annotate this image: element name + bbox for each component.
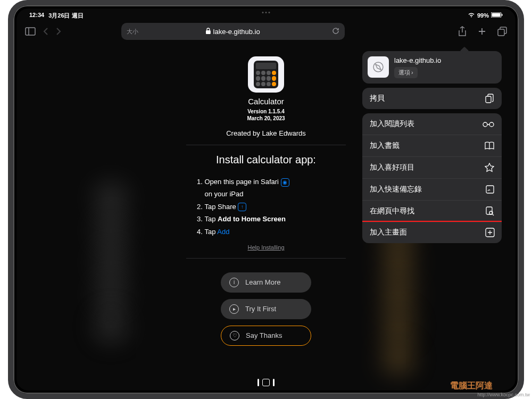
svg-rect-5 xyxy=(206,30,211,34)
note-icon xyxy=(486,185,494,194)
safari-compass-icon: ◉ xyxy=(281,178,289,187)
copy-icon xyxy=(485,94,494,103)
text-size-control[interactable]: 大小 xyxy=(127,28,138,36)
heart-icon: ♡ xyxy=(230,331,239,340)
battery-icon xyxy=(491,12,503,19)
svg-rect-8 xyxy=(486,96,491,103)
svg-point-10 xyxy=(489,122,494,127)
dock-handle[interactable] xyxy=(257,379,275,386)
status-bar: 12:34 3月26日 週日 99% xyxy=(16,9,516,20)
help-link[interactable]: Help Installing xyxy=(247,244,284,251)
reload-button[interactable] xyxy=(332,27,339,36)
status-date: 3月26日 週日 xyxy=(48,12,83,20)
glasses-icon xyxy=(483,121,494,127)
battery-percent: 99% xyxy=(477,12,489,19)
share-site-title: lake-e.github.io xyxy=(394,56,441,65)
safari-toolbar: 大小 lake-e.github.io xyxy=(16,20,516,43)
svg-point-9 xyxy=(483,122,487,127)
install-steps: Open this page in Safari ◉ on your iPad … xyxy=(197,176,335,238)
share-find-on-page[interactable]: 在網頁中尋找 xyxy=(362,201,502,222)
watermark-brand: 電腦王阿達 xyxy=(450,380,493,392)
step-2: Tap Share ↑ xyxy=(197,201,335,213)
share-add-home-screen[interactable]: 加入主畫面 xyxy=(362,221,502,243)
svg-rect-11 xyxy=(486,186,494,193)
divider xyxy=(186,145,346,145)
info-icon: i xyxy=(229,278,239,287)
status-time: 12:34 xyxy=(29,12,44,20)
step-4: Tap Add xyxy=(197,226,335,238)
star-icon xyxy=(485,163,494,172)
new-tab-button[interactable] xyxy=(477,27,487,36)
tabs-button[interactable] xyxy=(497,27,507,36)
play-icon: ▸ xyxy=(229,304,239,314)
app-version: Version 1.1.5.4 March 20, 2023 xyxy=(247,108,285,122)
install-heading: Install calculator app: xyxy=(216,154,316,166)
ipad-frame: 12:34 3月26日 週日 99% 大小 lake-e.github.io xyxy=(8,0,524,399)
chevron-right-icon: › xyxy=(411,69,413,76)
share-favorite[interactable]: 加入喜好項目 xyxy=(362,157,502,179)
wifi-icon xyxy=(468,12,475,19)
camera-notch xyxy=(262,12,270,13)
svg-rect-1 xyxy=(492,13,501,17)
share-header: lake-e.github.io 選項› xyxy=(362,51,502,84)
book-icon xyxy=(485,142,494,150)
forward-button[interactable] xyxy=(56,27,61,36)
learn-more-button[interactable]: iLearn More xyxy=(221,272,311,293)
svg-rect-2 xyxy=(502,14,503,16)
app-icon xyxy=(248,56,284,93)
share-copy[interactable]: 拷貝 xyxy=(362,88,502,109)
find-icon xyxy=(486,206,494,216)
app-author: Created by Lake Edwards xyxy=(226,129,306,137)
divider xyxy=(186,258,346,259)
step-1: Open this page in Safari ◉ on your iPad xyxy=(197,176,335,201)
share-bookmark[interactable]: 加入書籤 xyxy=(362,135,502,157)
svg-rect-6 xyxy=(498,29,504,36)
share-button[interactable] xyxy=(458,26,467,37)
address-bar[interactable]: 大小 lake-e.github.io xyxy=(121,23,345,40)
url-domain: lake-e.github.io xyxy=(213,28,260,36)
say-thanks-button[interactable]: ♡Say Thanks xyxy=(221,326,311,346)
share-options-button[interactable]: 選項› xyxy=(394,67,418,78)
share-quick-note[interactable]: 加入快速備忘錄 xyxy=(362,179,502,201)
site-thumb-icon xyxy=(368,56,389,78)
plus-square-icon xyxy=(485,228,495,237)
share-reading-list[interactable]: 加入閱讀列表 xyxy=(362,113,502,135)
sidebar-icon[interactable] xyxy=(25,27,36,36)
watermark-url: http://www.kocpc.com.tw xyxy=(477,393,530,398)
svg-rect-3 xyxy=(26,28,35,35)
lock-icon xyxy=(206,28,211,36)
back-button[interactable] xyxy=(43,27,48,36)
share-inline-icon: ↑ xyxy=(238,203,246,211)
app-name: Calculator xyxy=(248,97,284,106)
screen: 12:34 3月26日 週日 99% 大小 lake-e.github.io xyxy=(16,9,516,390)
try-it-button[interactable]: ▸Try It First xyxy=(221,299,311,319)
share-sheet: lake-e.github.io 選項› 拷貝 加入閱讀列表 加入書籤 加入喜好… xyxy=(362,51,502,247)
step-3: Tap Add to Home Screen xyxy=(197,213,335,225)
